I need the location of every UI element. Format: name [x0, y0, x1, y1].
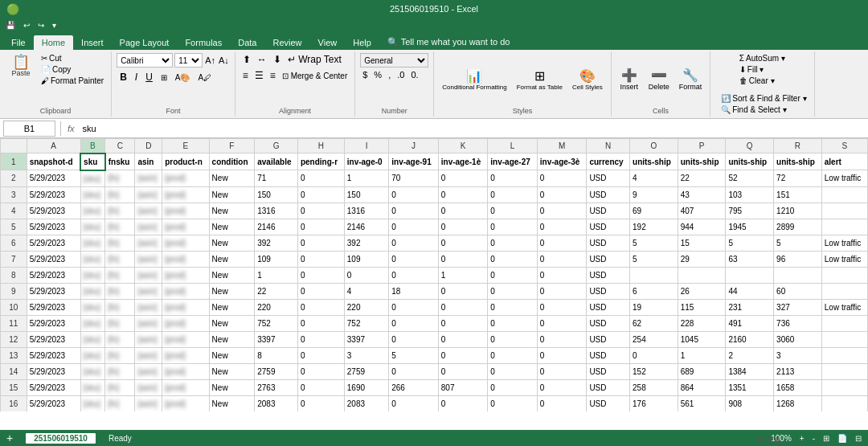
cell-H3[interactable]: 0 [297, 186, 344, 203]
cell-F1[interactable]: condition [209, 153, 255, 170]
cell-M9[interactable]: 0 [537, 283, 587, 299]
cell-S6[interactable]: Low traffic [821, 235, 867, 251]
cell-H5[interactable]: 0 [297, 219, 344, 235]
cell-C2[interactable]: [fn] [105, 170, 135, 187]
cell-F16[interactable]: New [209, 395, 255, 411]
cell-B3[interactable]: [sku] [80, 186, 105, 203]
fill-btn[interactable]: ⬇ Fill ▾ [737, 64, 767, 75]
cell-S4[interactable] [821, 203, 867, 219]
cell-E11[interactable]: [prod] [162, 315, 209, 331]
cell-F12[interactable]: New [209, 331, 255, 347]
cell-I1[interactable]: inv-age-0 [344, 153, 388, 170]
cell-I4[interactable]: 1316 [344, 203, 388, 219]
cell-O5[interactable]: 192 [630, 219, 678, 235]
cell-M4[interactable]: 0 [537, 203, 587, 219]
cell-G1[interactable]: available [255, 153, 298, 170]
cell-P7[interactable]: 29 [678, 251, 726, 267]
cell-K15[interactable]: 807 [438, 379, 488, 395]
cell-Q16[interactable]: 908 [726, 395, 774, 411]
cell-G4[interactable]: 1316 [255, 203, 298, 219]
cell-A11[interactable]: 5/29/2023 [27, 315, 80, 331]
cell-G12[interactable]: 3397 [255, 331, 298, 347]
cell-O13[interactable]: 0 [630, 347, 678, 363]
cell-B14[interactable]: [sku] [80, 363, 105, 379]
cell-P10[interactable]: 115 [678, 299, 726, 315]
tab-view[interactable]: View [310, 35, 346, 50]
cell-J14[interactable]: 0 [389, 363, 439, 379]
sheet-tab[interactable]: 251506019510 [26, 433, 96, 444]
align-middle-btn[interactable]: ↔ [255, 53, 269, 66]
cell-C4[interactable]: [fn] [105, 203, 135, 219]
cell-P9[interactable]: 26 [678, 283, 726, 299]
format-painter-button[interactable]: 🖌 Format Painter [39, 76, 106, 86]
font-color-button[interactable]: A🖊 [195, 72, 215, 83]
tab-data[interactable]: Data [230, 35, 264, 50]
cell-D12[interactable]: [asin] [135, 331, 162, 347]
increase-decimal-btn[interactable]: .0 [395, 69, 407, 80]
cell-A9[interactable]: 5/29/2023 [27, 283, 80, 299]
cell-N13[interactable]: USD [587, 347, 630, 363]
cell-L16[interactable]: 0 [488, 395, 538, 411]
cell-M11[interactable]: 0 [537, 315, 587, 331]
cell-C10[interactable]: [fn] [105, 299, 135, 315]
cell-D4[interactable]: [asin] [135, 203, 162, 219]
decrease-font-btn[interactable]: A↓ [218, 55, 230, 66]
col-header-A[interactable]: A [27, 139, 80, 153]
cell-N10[interactable]: USD [587, 299, 630, 315]
cell-G13[interactable]: 8 [255, 347, 298, 363]
increase-font-btn[interactable]: A↑ [204, 55, 216, 66]
cell-Q8[interactable] [726, 267, 774, 283]
cell-J5[interactable]: 0 [389, 219, 439, 235]
cell-J8[interactable]: 0 [389, 267, 439, 283]
cell-Q9[interactable]: 44 [726, 283, 774, 299]
cell-C3[interactable]: [fn] [105, 186, 135, 203]
cell-N12[interactable]: USD [587, 331, 630, 347]
cell-I10[interactable]: 220 [344, 299, 388, 315]
cell-B9[interactable]: [sku] [80, 283, 105, 299]
cell-P13[interactable]: 1 [678, 347, 726, 363]
col-header-L[interactable]: L [488, 139, 538, 153]
col-header-B[interactable]: B [80, 139, 105, 153]
cell-P4[interactable]: 407 [678, 203, 726, 219]
cell-N6[interactable]: USD [587, 235, 630, 251]
cell-H10[interactable]: 0 [297, 299, 344, 315]
cell-L15[interactable]: 0 [488, 379, 538, 395]
cell-A16[interactable]: 5/29/2023 [27, 395, 80, 411]
cell-F3[interactable]: New [209, 186, 255, 203]
cell-I2[interactable]: 1 [344, 170, 388, 187]
cell-Q4[interactable]: 795 [726, 203, 774, 219]
cell-F4[interactable]: New [209, 203, 255, 219]
cell-I5[interactable]: 2146 [344, 219, 388, 235]
cell-R14[interactable]: 2113 [774, 363, 822, 379]
cell-C9[interactable]: [fn] [105, 283, 135, 299]
col-header-G[interactable]: G [255, 139, 298, 153]
cell-S7[interactable]: Low traffic [821, 251, 867, 267]
cell-A3[interactable]: 5/29/2023 [27, 186, 80, 203]
cell-O12[interactable]: 254 [630, 331, 678, 347]
cell-L11[interactable]: 0 [488, 315, 538, 331]
cell-H16[interactable]: 0 [297, 395, 344, 411]
cell-J12[interactable]: 0 [389, 331, 439, 347]
clear-btn[interactable]: 🗑 Clear ▾ [737, 76, 777, 86]
align-top-btn[interactable]: ⬆ [240, 53, 253, 66]
cell-K2[interactable]: 0 [438, 170, 488, 187]
cell-S12[interactable] [821, 331, 867, 347]
cell-Q3[interactable]: 103 [726, 186, 774, 203]
cell-I14[interactable]: 2759 [344, 363, 388, 379]
cell-R5[interactable]: 2899 [774, 219, 822, 235]
cell-G15[interactable]: 2763 [255, 379, 298, 395]
cell-B5[interactable]: [sku] [80, 219, 105, 235]
cell-H15[interactable]: 0 [297, 379, 344, 395]
cell-F13[interactable]: New [209, 347, 255, 363]
cell-O2[interactable]: 4 [630, 170, 678, 187]
cell-K9[interactable]: 0 [438, 283, 488, 299]
cell-M3[interactable]: 0 [537, 186, 587, 203]
cell-G8[interactable]: 1 [255, 267, 298, 283]
cell-O1[interactable]: units-ship [630, 153, 678, 170]
cell-C15[interactable]: [fn] [105, 379, 135, 395]
wrap-text-btn[interactable]: ↵ Wrap Text [285, 53, 344, 66]
cell-D6[interactable]: [asin] [135, 235, 162, 251]
cell-K7[interactable]: 0 [438, 251, 488, 267]
cell-K3[interactable]: 0 [438, 186, 488, 203]
cell-N11[interactable]: USD [587, 315, 630, 331]
